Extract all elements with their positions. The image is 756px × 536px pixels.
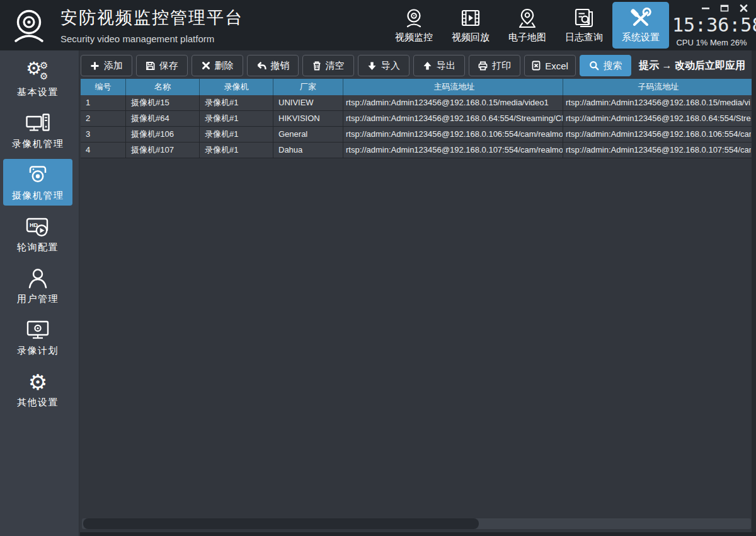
sidebar-item-basic-settings[interactable]: ⚙ ⚙ ⚙ 基本设置 (3, 55, 72, 102)
nav-item-e-map[interactable]: 电子地图 (499, 2, 556, 49)
sidebar-item-recording-plan[interactable]: 录像计划 (3, 314, 72, 361)
cell-sub-stream: rtsp://admin:Admin123456@192.168.0.107:5… (563, 143, 751, 158)
page-subtitle: Security video management platform (60, 33, 243, 44)
printer-icon (478, 61, 488, 71)
button-label: 清空 (326, 60, 345, 72)
excel-icon (532, 61, 541, 71)
cell-main-stream: rtsp://admin:Admin123456@192.168.0.64:55… (343, 111, 563, 126)
column-header-vendor: 厂家 (273, 79, 343, 95)
cell-sub-stream: rtsp://admin:Admin123456@192.168.0.15/me… (563, 95, 751, 110)
button-label: 导出 (437, 60, 455, 72)
cell-recorder: 录像机#1 (200, 143, 273, 158)
table-row[interactable]: 4 摄像机#107 录像机#1 Dahua rtsp://admin:Admin… (81, 143, 752, 158)
column-header-recorder: 录像机 (200, 79, 273, 95)
add-button[interactable]: 添加 (81, 55, 132, 76)
clear-button[interactable]: 清空 (302, 55, 354, 76)
app-logo-webcam-icon (9, 6, 49, 45)
close-button[interactable] (738, 4, 748, 13)
tools-icon (629, 8, 652, 29)
hd-play-icon: HD (25, 215, 50, 239)
sidebar-item-label: 录像计划 (17, 345, 59, 357)
sidebar-item-camera-management[interactable]: 摄像机管理 (3, 159, 72, 206)
main-content: 添加 保存 删除 撤销 清空 导入 导出 打印 (80, 50, 756, 536)
trash-icon (312, 61, 321, 71)
import-button[interactable]: 导入 (358, 55, 410, 76)
button-label: 添加 (104, 60, 123, 72)
main-nav: 视频监控 视频回放 (386, 1, 669, 49)
nav-item-system-settings[interactable]: 系统设置 (612, 2, 669, 49)
button-label: 搜索 (604, 60, 622, 72)
x-icon (202, 61, 210, 70)
nav-item-video-playback[interactable]: 视频回放 (442, 2, 499, 49)
nav-item-log-query[interactable]: 日志查询 (556, 2, 612, 49)
cell-vendor: General (273, 127, 343, 142)
clock-time: 15:36:58 (672, 14, 751, 36)
toolbar: 添加 保存 删除 撤销 清空 导入 导出 打印 (81, 54, 745, 77)
map-pin-icon (516, 8, 539, 29)
button-label: 删除 (215, 60, 234, 72)
print-button[interactable]: 打印 (469, 55, 520, 76)
search-icon (589, 61, 599, 71)
export-button[interactable]: 导出 (413, 55, 465, 76)
table-row[interactable]: 3 摄像机#106 录像机#1 General rtsp://admin:Adm… (81, 127, 752, 143)
column-header-sub-stream: 子码流地址 (563, 79, 751, 95)
horizontal-scrollbar-track[interactable] (82, 518, 751, 529)
playback-icon (459, 8, 482, 29)
sidebar-item-other-settings[interactable]: ⚙ 其他设置 (3, 366, 72, 412)
cell-vendor: HIKVISION (273, 111, 343, 126)
column-header-main-stream: 主码流地址 (343, 79, 563, 95)
window-controls (701, 4, 748, 13)
sidebar-item-user-management[interactable]: 用户管理 (3, 262, 72, 309)
nav-label: 视频回放 (452, 32, 490, 44)
sidebar: ⚙ ⚙ ⚙ 基本设置 录像机管理 (0, 50, 79, 536)
table-header: 编号 名称 录像机 厂家 主码流地址 子码流地址 (81, 79, 752, 95)
cell-recorder: 录像机#1 (200, 95, 273, 110)
minimize-button[interactable] (701, 4, 711, 13)
gears-icon: ⚙ ⚙ ⚙ (25, 60, 50, 84)
save-button[interactable]: 保存 (136, 55, 188, 76)
cell-name: 摄像机#64 (126, 111, 200, 126)
table-row[interactable]: 2 摄像机#64 录像机#1 HIKVISION rtsp://admin:Ad… (81, 111, 752, 127)
search-button[interactable]: 搜索 (580, 55, 631, 76)
cell-id: 2 (81, 111, 126, 126)
sidebar-item-label: 摄像机管理 (12, 190, 64, 202)
horizontal-scrollbar-thumb[interactable] (83, 518, 479, 529)
column-header-id: 编号 (81, 79, 126, 95)
button-label: 保存 (159, 60, 178, 72)
sidebar-item-polling-config[interactable]: HD 轮询配置 (3, 211, 72, 257)
sidebar-item-label: 用户管理 (17, 293, 59, 305)
gear-icon: ⚙ (25, 370, 50, 394)
delete-button[interactable]: 删除 (192, 55, 243, 76)
monitor-eye-icon (25, 318, 50, 342)
plus-icon (90, 61, 100, 71)
maximize-button[interactable] (719, 4, 730, 13)
nav-label: 日志查询 (565, 32, 603, 44)
app-header: 安防视频监控管理平台 Security video management pla… (0, 0, 756, 50)
cell-main-stream: rtsp://admin:Admin123456@192.168.0.15/me… (343, 95, 563, 110)
cell-id: 3 (81, 127, 126, 142)
sidebar-item-label: 其他设置 (17, 397, 59, 409)
sidebar-item-label: 基本设置 (17, 86, 59, 98)
cell-recorder: 录像机#1 (200, 127, 273, 142)
excel-button[interactable]: Excel (524, 55, 576, 76)
button-label: 撤销 (271, 60, 290, 72)
mem-stat: Mem 26% (710, 38, 747, 47)
cell-vendor: Dahua (273, 143, 343, 158)
cell-name: 摄像机#106 (126, 127, 200, 142)
sidebar-item-label: 录像机管理 (12, 138, 64, 150)
log-search-icon (573, 8, 595, 29)
sidebar-item-recorder-management[interactable]: 录像机管理 (3, 107, 72, 154)
cell-id: 4 (81, 143, 126, 158)
cell-main-stream: rtsp://admin:Admin123456@192.168.0.107:5… (343, 143, 563, 158)
undo-icon (256, 61, 266, 71)
system-clock: 15:36:58 CPU 1% Mem 26% (672, 14, 751, 47)
cell-vendor: UNIVIEW (273, 95, 343, 110)
cell-recorder: 录像机#1 (200, 111, 273, 126)
column-header-name: 名称 (126, 79, 200, 95)
dome-camera-icon (25, 163, 50, 187)
undo-button[interactable]: 撤销 (247, 55, 299, 76)
nav-item-video-monitor[interactable]: 视频监控 (386, 2, 442, 49)
cell-sub-stream: rtsp://admin:Admin123456@192.168.0.106:5… (563, 127, 751, 142)
webcam-icon (403, 8, 425, 29)
table-row[interactable]: 1 摄像机#15 录像机#1 UNIVIEW rtsp://admin:Admi… (81, 95, 752, 111)
